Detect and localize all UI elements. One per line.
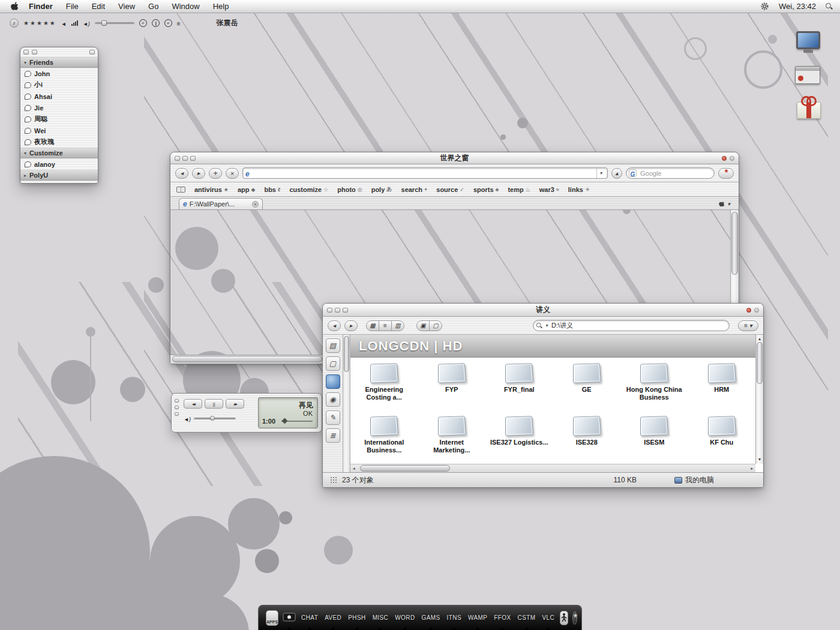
menu-item-view[interactable]: View (112, 2, 142, 11)
scroll-left-arrow[interactable] (353, 464, 355, 472)
dock-item[interactable]: CSTM (517, 605, 537, 630)
google-search-field[interactable] (626, 167, 715, 179)
bookmarks-book-icon[interactable] (176, 187, 185, 193)
volume-slider[interactable] (95, 22, 134, 24)
dock-item[interactable]: AVED (323, 605, 343, 630)
menu-item-go[interactable]: Go (142, 2, 165, 11)
buddy-row[interactable]: 夜玫瑰 (20, 136, 98, 148)
window-button[interactable] (327, 308, 332, 313)
pause-button[interactable] (205, 399, 223, 409)
next-track-button[interactable] (164, 19, 172, 27)
window-button[interactable] (343, 308, 348, 313)
bookmark-item[interactable]: customize☆ (289, 186, 328, 193)
desktop-icon-theme[interactable] (793, 66, 823, 84)
buddy-group-polyu[interactable]: PolyU (20, 170, 98, 181)
window-button[interactable] (175, 406, 179, 409)
rewind-button[interactable] (184, 399, 202, 409)
icon-view-button[interactable] (366, 320, 379, 331)
buddy-row[interactable]: alanoy (20, 158, 98, 170)
path-input[interactable] (550, 322, 727, 330)
window-button[interactable] (335, 308, 340, 313)
scrollbar-thumb[interactable] (731, 212, 738, 275)
horizontal-scrollbar[interactable] (350, 464, 755, 472)
dock-item[interactable]: WAMP (467, 605, 488, 630)
tab-wallpaper[interactable]: F:\WallPaper\... (179, 198, 263, 209)
buddy-window-titlebar[interactable] (20, 47, 98, 57)
new-tab-button[interactable] (209, 168, 222, 179)
buddy-group-customize[interactable]: Customize (20, 148, 98, 158)
bookmark-item[interactable]: temp♨ (508, 186, 530, 193)
column-view-button[interactable] (391, 320, 404, 331)
folder-item[interactable]: Hong Kong China Business (620, 360, 688, 413)
vertical-scrollbar[interactable] (755, 335, 763, 464)
scroll-up-arrow[interactable] (756, 336, 763, 342)
window-button[interactable] (32, 50, 37, 55)
volume-slider-thumb[interactable] (210, 416, 215, 421)
address-bar[interactable] (242, 167, 608, 179)
google-search-input[interactable] (639, 169, 712, 178)
window-button[interactable] (190, 156, 196, 161)
chevron-down-icon[interactable] (545, 323, 548, 328)
dock-item[interactable]: CHAT (300, 605, 319, 630)
menu-item-help[interactable]: Help (206, 2, 236, 11)
bookmark-item[interactable]: antivirus★ (194, 186, 229, 193)
stack-icon[interactable] (326, 428, 340, 443)
progress-slider[interactable] (281, 421, 313, 422)
network-globe-icon[interactable] (326, 374, 340, 389)
dock-item[interactable]: FFOX (493, 605, 512, 630)
scroll-right-arrow[interactable] (751, 464, 753, 472)
window-button[interactable] (175, 412, 179, 416)
bookmark-item[interactable]: war3≈ (539, 186, 559, 193)
menu-item-finder[interactable]: Finder (22, 2, 59, 11)
scroll-down-arrow[interactable] (756, 457, 763, 463)
apple-menu-icon[interactable] (7, 2, 22, 11)
tab-bar-menu[interactable] (719, 200, 730, 209)
bookmark-item[interactable]: photo◎ (337, 186, 362, 193)
buddy-row[interactable]: 周聪 (20, 113, 98, 125)
volume-down-icon[interactable] (61, 17, 67, 28)
scrollbar-thumb[interactable] (360, 465, 450, 472)
dock-item-apps[interactable]: APPS (266, 610, 278, 626)
volume-up-icon[interactable] (83, 17, 90, 28)
folder-item[interactable]: KF Chu (688, 413, 756, 464)
menu-item-file[interactable]: File (59, 2, 85, 11)
bookmark-item[interactable]: source✓ (436, 186, 464, 193)
menu-item-window[interactable]: Window (165, 2, 206, 11)
folder-item[interactable]: ISESM (620, 413, 688, 464)
hide-panel-button[interactable] (429, 320, 442, 331)
dock-item[interactable]: GAMS (421, 605, 442, 630)
show-panel-button[interactable] (416, 320, 430, 331)
fast-forward-button[interactable] (226, 399, 244, 409)
spotlight-search-icon[interactable] (826, 3, 833, 10)
folder-item[interactable]: Engineering Costing a... (350, 360, 418, 413)
list-view-button[interactable] (379, 320, 392, 331)
folder-item[interactable]: HRM (688, 360, 756, 413)
scrollbar-thumb[interactable] (344, 336, 349, 372)
forward-button[interactable] (344, 320, 358, 331)
buddy-row[interactable]: Wei (20, 125, 98, 136)
desktop-icon-gift[interactable] (794, 95, 824, 119)
dock-item-tv[interactable] (283, 605, 296, 630)
window-menu-icon[interactable] (754, 308, 759, 313)
folder-item[interactable]: Internet Marketing... (418, 413, 486, 464)
gear-menu-icon[interactable] (760, 2, 769, 11)
bookmark-item[interactable]: sports♣ (473, 186, 499, 193)
disc-icon[interactable] (326, 392, 340, 407)
window-button[interactable] (23, 50, 29, 55)
desktop-icon-computer[interactable] (793, 31, 823, 53)
dock-item-walker[interactable] (560, 611, 568, 625)
dock-item[interactable]: VLC (541, 605, 556, 630)
buddy-group-friends[interactable]: Friends (20, 57, 98, 68)
drive-icon[interactable] (326, 338, 340, 353)
forward-button[interactable] (192, 168, 205, 179)
progress-thumb[interactable] (282, 418, 288, 424)
window-button[interactable] (182, 156, 188, 161)
scrollbar-thumb[interactable] (757, 342, 763, 384)
file-manager-titlebar[interactable]: 讲义 (323, 304, 763, 317)
address-input[interactable] (252, 169, 594, 178)
bookmark-item[interactable]: polyあ (371, 185, 392, 193)
menu-item-edit[interactable]: Edit (85, 2, 112, 11)
address-dropdown-icon[interactable] (596, 169, 605, 178)
buddy-row[interactable]: Ahsai (20, 91, 98, 102)
tab-close-icon[interactable] (252, 201, 259, 208)
